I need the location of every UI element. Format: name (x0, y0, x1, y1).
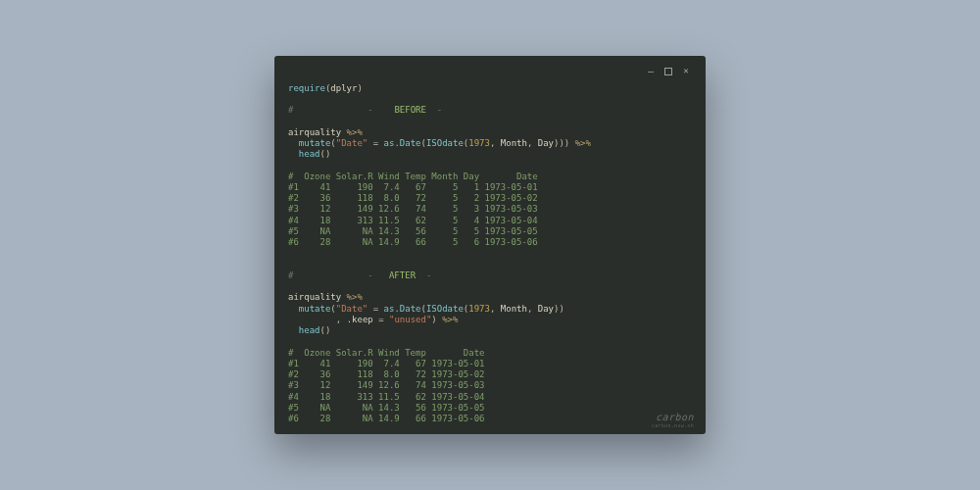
output-row: #5 NA NA 14.3 56 1973-05-05 (288, 403, 484, 413)
output-row: #5 NA NA 14.3 56 5 5 1973-05-05 (288, 226, 538, 236)
output-row: #2 36 118 8.0 72 1973-05-02 (288, 369, 484, 379)
output-row: #6 28 NA 14.9 66 1973-05-06 (288, 414, 484, 423)
watermark-brand: carbon (652, 412, 694, 422)
output-row: #6 28 NA 14.9 66 5 6 1973-05-06 (288, 237, 538, 247)
code-window: require(dplyr) # - BEFORE - airquality %… (274, 56, 706, 435)
fn-head: head (299, 149, 320, 159)
code-block: require(dplyr) # - BEFORE - airquality %… (288, 83, 692, 425)
before-label: BEFORE (394, 105, 426, 115)
arg-keep: .keep (347, 315, 373, 324)
output-header-before: # Ozone Solar.R Wind Temp Month Day Date (288, 172, 538, 181)
output-row: #1 41 190 7.4 67 1973-05-01 (288, 359, 484, 368)
fn-isodate: ISOdate (426, 138, 464, 148)
output-row: #4 18 313 11.5 62 5 4 1973-05-04 (288, 216, 538, 225)
fn-asdate: as.Date (384, 138, 421, 148)
num-year: 1973 (468, 138, 490, 148)
output-header-after: # Ozone Solar.R Wind Temp Date (288, 348, 484, 358)
output-row: #2 36 118 8.0 72 5 2 1973-05-02 (288, 193, 538, 203)
output-row: #4 18 313 11.5 62 1973-05-04 (288, 392, 484, 402)
window-titlebar (288, 64, 692, 79)
close-icon[interactable] (680, 66, 692, 77)
output-row: #3 12 149 12.6 74 1973-05-03 (288, 380, 484, 390)
watermark: carbon carbon.now.sh (652, 412, 694, 428)
fn-require: require (288, 83, 325, 93)
fn-mutate: mutate (299, 138, 331, 148)
after-label: AFTER (389, 270, 416, 280)
output-row: #1 41 190 7.4 67 5 1 1973-05-01 (288, 182, 538, 192)
pipe-op: %>% (347, 127, 363, 137)
output-row: #3 12 149 12.6 74 5 3 1973-05-03 (288, 204, 538, 214)
pkg-name: dplyr (330, 83, 357, 93)
var-airquality: airquality (288, 127, 341, 137)
watermark-sub: carbon.now.sh (652, 422, 694, 428)
str-unused: "unused" (389, 315, 431, 324)
minimize-icon[interactable] (645, 66, 657, 77)
str-date: "Date" (336, 138, 368, 148)
maximize-icon[interactable] (662, 66, 674, 77)
